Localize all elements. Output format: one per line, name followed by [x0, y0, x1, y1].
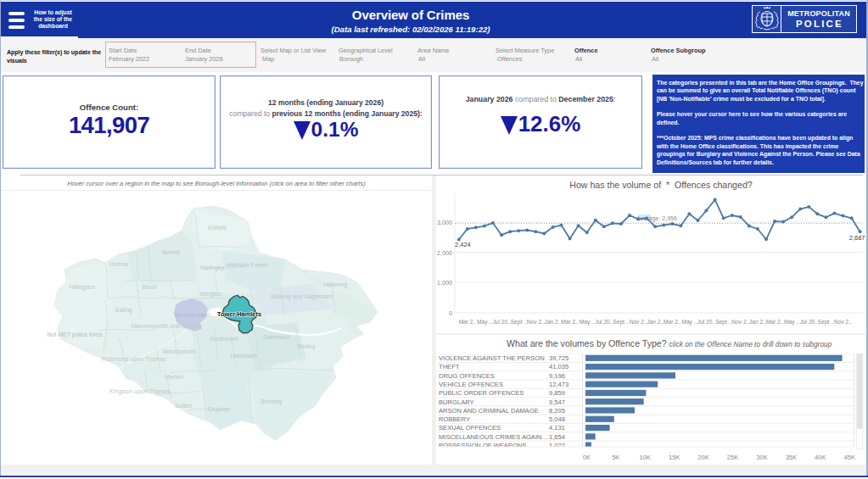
svg-text:VIOLENCE AGAINST THE PERSON: VIOLENCE AGAINST THE PERSON — [439, 354, 545, 362]
svg-text:35K: 35K — [786, 454, 798, 461]
svg-text:Southwark: Southwark — [210, 336, 238, 342]
svg-text:PUBLIC ORDER OFFENCES: PUBLIC ORDER OFFENCES — [439, 389, 524, 397]
svg-text:Sept ..: Sept .. — [613, 319, 629, 326]
svg-text:Bromley: Bromley — [260, 398, 283, 405]
svg-text:How has the volume of * Offe: How has the volume of * Offences changed… — [569, 180, 752, 190]
svg-text:2,000: 2,000 — [437, 249, 452, 257]
svg-text:Harrow: Harrow — [109, 261, 130, 267]
svg-text:Jan 2..: Jan 2.. — [545, 319, 562, 325]
svg-text:DRUG OFFENCES: DRUG OFFENCES — [439, 372, 495, 380]
svg-text:4,131: 4,131 — [549, 424, 565, 432]
svg-text:Jul 20..: Jul 20.. — [492, 319, 510, 325]
svg-text:Jul 20..: Jul 20.. — [595, 319, 613, 325]
svg-text:Wandsworth: Wandsworth — [163, 348, 196, 354]
svg-text:Mar 2..: Mar 2.. — [561, 319, 579, 325]
svg-text:Ealing: Ealing — [115, 307, 132, 314]
svg-text:May ..: May .. — [477, 319, 492, 326]
svg-text:Mar 2..: Mar 2.. — [766, 319, 784, 325]
svg-text:Havering: Havering — [323, 281, 347, 288]
svg-text:8,205: 8,205 — [549, 407, 565, 415]
svg-text:Jul 20..: Jul 20.. — [800, 319, 818, 325]
svg-text:2,687: 2,687 — [849, 234, 865, 242]
svg-text:Waltham Forest: Waltham Forest — [226, 262, 267, 268]
svg-text:25K: 25K — [727, 454, 739, 461]
svg-text:VEHICLE OFFENCES: VEHICLE OFFENCES — [439, 381, 503, 388]
svg-text:10K: 10K — [640, 454, 652, 461]
svg-text:45K: 45K — [844, 454, 856, 461]
svg-text:Sept ..: Sept .. — [511, 319, 527, 326]
svg-text:3,000: 3,000 — [437, 219, 452, 226]
svg-text:Sept ..: Sept .. — [818, 319, 834, 326]
svg-text:SEXUAL OFFENCES: SEXUAL OFFENCES — [439, 424, 501, 432]
svg-text:Sutton: Sutton — [175, 403, 192, 409]
svg-text:May ..: May .. — [580, 319, 595, 326]
svg-text:Westminster: Westminster — [175, 312, 208, 318]
svg-text:Merton: Merton — [165, 374, 183, 380]
svg-text:Lewisham: Lewisham — [230, 353, 257, 359]
svg-text:Hillingdon: Hillingdon — [70, 284, 96, 291]
svg-text:9,859: 9,859 — [549, 389, 565, 397]
svg-text:Richmond upon Thames: Richmond upon Thames — [102, 356, 167, 363]
svg-text:ARSON AND CRIMINAL DAMAGE: ARSON AND CRIMINAL DAMAGE — [439, 407, 539, 415]
svg-text:1,000: 1,000 — [437, 279, 452, 287]
svg-text:Nov 2..: Nov 2.. — [527, 319, 545, 325]
svg-text:May ..: May .. — [784, 319, 799, 326]
svg-text:9,196: 9,196 — [549, 372, 565, 380]
svg-text:0: 0 — [449, 309, 452, 317]
svg-text:9,547: 9,547 — [549, 398, 565, 406]
svg-text:Tower Hamlets: Tower Hamlets — [217, 310, 261, 318]
svg-text:Nov 2..: Nov 2.. — [731, 319, 749, 325]
svg-text:30K: 30K — [756, 454, 768, 461]
svg-text:5K: 5K — [612, 454, 619, 461]
svg-text:ROBBERY: ROBBERY — [439, 415, 470, 423]
svg-text:What are the volumes by Offenc: What are the volumes by Offence Type? cl… — [507, 338, 832, 348]
svg-text:5,048: 5,048 — [549, 415, 565, 423]
svg-text:40K: 40K — [815, 454, 826, 461]
svg-text:12,473: 12,473 — [549, 381, 568, 388]
svg-text:Jan 2..: Jan 2.. — [749, 319, 766, 325]
svg-text:41,035: 41,035 — [549, 363, 568, 370]
svg-text:Jan 2..: Jan 2.. — [647, 319, 664, 325]
svg-text:Nov 2..: Nov 2.. — [630, 319, 647, 325]
svg-text:39,725: 39,725 — [549, 354, 568, 362]
svg-text:Mar 2..: Mar 2.. — [664, 319, 681, 325]
svg-text:Mar 2..: Mar 2.. — [459, 319, 477, 325]
svg-text:Kingston upon Thames: Kingston upon Thames — [109, 388, 171, 395]
svg-text:0K: 0K — [583, 454, 591, 461]
svg-text:Croydon: Croydon — [208, 406, 231, 413]
svg-text:Not MET police force: Not MET police force — [47, 331, 102, 338]
svg-text:1,654: 1,654 — [549, 433, 565, 441]
svg-text:May ..: May .. — [681, 319, 697, 326]
svg-text:Barking and Dagenham: Barking and Dagenham — [271, 293, 333, 300]
svg-text:Nov 2..: Nov 2.. — [834, 319, 852, 325]
svg-text:20K: 20K — [697, 454, 709, 461]
svg-text:MISCELLANEOUS CRIMES AGAIN…: MISCELLANEOUS CRIMES AGAIN… — [439, 433, 548, 441]
svg-text:BURGLARY: BURGLARY — [439, 398, 474, 406]
svg-text:Haringey: Haringey — [200, 265, 225, 271]
svg-text:Sept ..: Sept .. — [715, 319, 731, 326]
svg-text:Enfield: Enfield — [208, 225, 227, 231]
svg-text:Islington: Islington — [199, 291, 221, 298]
svg-text:15K: 15K — [669, 454, 680, 461]
svg-text:Greenwich: Greenwich — [262, 334, 291, 340]
svg-text:Jul 20..: Jul 20.. — [697, 319, 715, 325]
svg-text:Bexley: Bexley — [297, 343, 316, 350]
svg-text:THEFT: THEFT — [439, 363, 460, 370]
svg-text:Brent: Brent — [143, 284, 157, 290]
svg-text:Hammersmith and Fulham: Hammersmith and Fulham — [132, 323, 202, 329]
svg-text:2,424: 2,424 — [455, 241, 471, 248]
svg-text:Barnet: Barnet — [163, 249, 181, 255]
